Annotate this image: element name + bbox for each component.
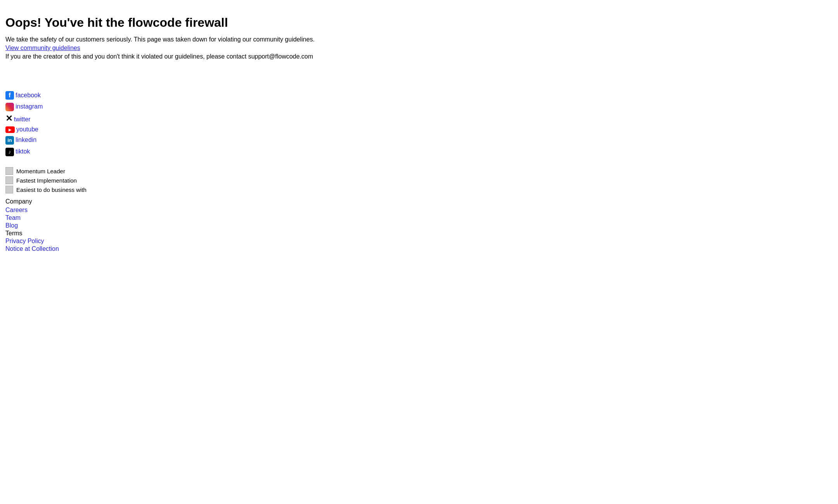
creator-note: If you are the creator of this and you d…	[5, 53, 833, 60]
company-section: Company Careers Team Blog Terms Privacy …	[5, 198, 833, 252]
badge-fastest-icon	[5, 176, 13, 184]
social-item-twitter: ✕twitter	[5, 114, 833, 123]
blog-link[interactable]: Blog	[5, 222, 833, 229]
description-text: We take the safety of our customers seri…	[5, 36, 833, 43]
youtube-link[interactable]: ▶youtube	[5, 126, 833, 133]
x-icon: ✕	[5, 114, 12, 123]
social-item-facebook: ffacebook	[5, 91, 833, 100]
privacy-policy-link[interactable]: Privacy Policy	[5, 238, 833, 245]
guidelines-link[interactable]: View community guidelines	[5, 45, 80, 51]
terms-label: Terms	[5, 230, 833, 237]
twitter-link[interactable]: ✕twitter	[5, 114, 833, 123]
tiktok-icon: ♪	[5, 148, 14, 156]
instagram-icon	[5, 103, 14, 111]
social-item-linkedin: inlinkedin	[5, 136, 833, 145]
tiktok-link[interactable]: ♪tiktok	[5, 148, 833, 156]
facebook-link[interactable]: ffacebook	[5, 91, 833, 100]
page-title: Oops! You've hit the flowcode firewall	[5, 16, 833, 30]
careers-link[interactable]: Careers	[5, 207, 833, 214]
youtube-icon: ▶	[5, 126, 15, 133]
badge-fastest-label: Fastest Implementation	[16, 177, 77, 184]
badge-easiest-label: Easiest to do business with	[16, 186, 87, 193]
badge-easiest: Easiest to do business with	[5, 186, 833, 193]
badge-momentum: Momentum Leader	[5, 167, 833, 175]
social-item-youtube: ▶youtube	[5, 126, 833, 133]
linkedin-icon: in	[5, 136, 14, 145]
social-item-tiktok: ♪tiktok	[5, 148, 833, 156]
company-heading: Company	[5, 198, 833, 205]
badges-section: Momentum Leader Fastest Implementation E…	[5, 167, 833, 193]
social-item-instagram: instagram	[5, 103, 833, 111]
notice-at-collection-link[interactable]: Notice at Collection	[5, 245, 833, 252]
badge-momentum-label: Momentum Leader	[16, 168, 65, 174]
badge-easiest-icon	[5, 186, 13, 193]
badge-momentum-icon	[5, 167, 13, 175]
team-link[interactable]: Team	[5, 214, 833, 221]
facebook-icon: f	[5, 91, 14, 100]
linkedin-link[interactable]: inlinkedin	[5, 136, 833, 145]
social-section: ffacebook instagram ✕twitter ▶youtube in…	[5, 91, 833, 159]
badge-fastest: Fastest Implementation	[5, 176, 833, 184]
instagram-link[interactable]: instagram	[5, 103, 833, 111]
